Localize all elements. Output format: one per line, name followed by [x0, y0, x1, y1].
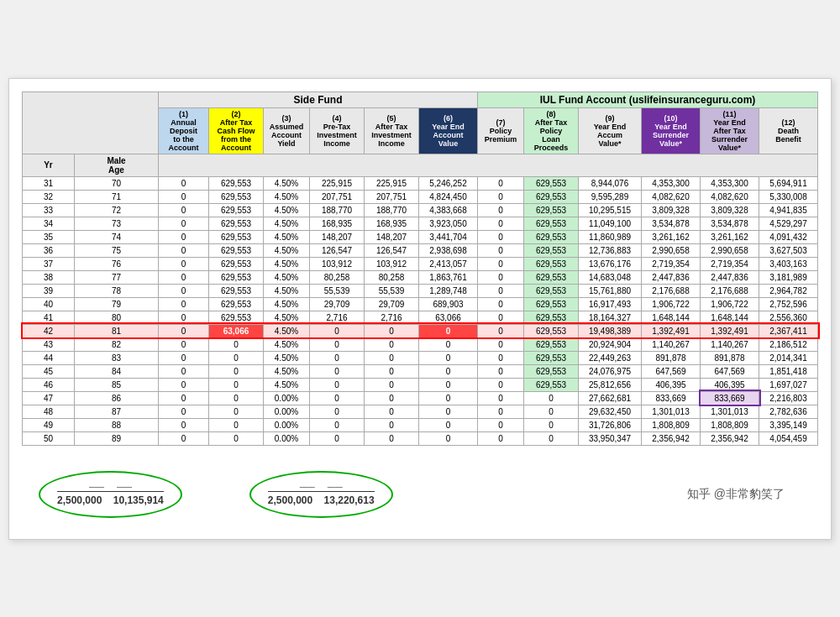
- table-cell: 1,392,491: [701, 324, 759, 337]
- table-cell: 0: [478, 337, 524, 351]
- table-cell: 27,662,681: [579, 391, 642, 405]
- table-cell: 35: [23, 230, 75, 243]
- table-cell: 0: [365, 364, 419, 378]
- table-cell: 0: [419, 364, 478, 378]
- table-cell: 32: [23, 190, 75, 203]
- table-cell: 0: [365, 324, 419, 337]
- table-cell: 0: [419, 378, 478, 391]
- table-cell: 2,356,942: [701, 431, 759, 445]
- table-cell: 29,709: [365, 297, 419, 311]
- table-cell: 0: [159, 364, 209, 378]
- table-cell: 0: [365, 431, 419, 445]
- table-cell: 41: [23, 311, 75, 324]
- col6-header: (6)Year EndAccountValue: [419, 107, 478, 154]
- table-cell: 10,295,515: [579, 203, 642, 217]
- table-cell: 4.50%: [264, 257, 310, 270]
- table-cell: 33: [23, 203, 75, 217]
- table-body: 31700629,5534.50%225,915225,9155,246,252…: [23, 176, 818, 445]
- table-row: 39780629,5534.50%55,53955,5391,289,74806…: [23, 284, 818, 297]
- table-cell: 0: [478, 405, 524, 418]
- yr-age-col-header: [23, 92, 159, 154]
- table-cell: 689,903: [419, 297, 478, 311]
- bottom-left-values: 2,500,000 10,135,914: [57, 494, 164, 506]
- table-cell: 39: [23, 284, 75, 297]
- table-cell: 0: [310, 378, 365, 391]
- bottom-right-val2: 13,220,613: [324, 494, 375, 506]
- table-cell: 88: [74, 418, 158, 431]
- table-cell: 629,553: [209, 243, 264, 257]
- table-cell: 4.50%: [264, 364, 310, 378]
- table-cell: 0: [209, 405, 264, 418]
- table-cell: 0: [524, 391, 579, 405]
- table-cell: 3,809,328: [701, 203, 759, 217]
- table-cell: 29,632,450: [579, 405, 642, 418]
- table-cell: 0: [159, 257, 209, 270]
- table-row: 37760629,5534.50%103,912103,9122,413,057…: [23, 257, 818, 270]
- table-cell: 629,553: [524, 257, 579, 270]
- table-cell: 72: [74, 203, 158, 217]
- table-cell: 40: [23, 297, 75, 311]
- table-cell: 1,301,013: [701, 405, 759, 418]
- table-cell: 3,441,704: [419, 230, 478, 243]
- table-cell: 37: [23, 257, 75, 270]
- table-cell: 4,824,450: [419, 190, 478, 203]
- table-cell: 4.50%: [264, 190, 310, 203]
- zhihu-label: 知乎 @非常豹笑了: [687, 487, 785, 502]
- table-cell: 0.00%: [264, 431, 310, 445]
- table-cell: 2,014,341: [759, 351, 818, 364]
- table-cell: 2,216,803: [759, 391, 818, 405]
- table-cell: 0: [159, 270, 209, 284]
- table-cell: 0: [159, 284, 209, 297]
- table-cell: 629,553: [209, 311, 264, 324]
- table-cell: 74: [74, 230, 158, 243]
- col8-header: (8)After TaxPolicyLoanProceeds: [524, 107, 579, 154]
- table-cell: 2,356,942: [642, 431, 701, 445]
- table-cell: 3,534,878: [642, 217, 701, 230]
- table-cell: 29,709: [310, 297, 365, 311]
- table-cell: 0: [310, 351, 365, 364]
- table-cell: 70: [74, 176, 158, 190]
- table-cell: 63,066: [209, 324, 264, 337]
- table-cell: 3,923,050: [419, 217, 478, 230]
- table-cell: 8,944,076: [579, 176, 642, 190]
- table-cell: 4,082,620: [642, 190, 701, 203]
- table-cell: 629,553: [524, 284, 579, 297]
- table-cell: 629,553: [209, 270, 264, 284]
- table-cell: 0: [209, 431, 264, 445]
- table-cell: 4.50%: [264, 203, 310, 217]
- table-cell: 4.50%: [264, 284, 310, 297]
- table-cell: 48: [23, 405, 75, 418]
- sidefund-header: Side Fund: [159, 92, 478, 107]
- table-cell: 0: [478, 230, 524, 243]
- table-cell: 2,186,512: [759, 337, 818, 351]
- table-cell: 55,539: [310, 284, 365, 297]
- table-cell: 81: [74, 324, 158, 337]
- table-cell: 0: [159, 176, 209, 190]
- table-cell: 47: [23, 391, 75, 405]
- table-cell: 103,912: [310, 257, 365, 270]
- table-cell: 629,553: [524, 324, 579, 337]
- table-cell: 1,808,809: [642, 418, 701, 431]
- table-cell: 833,669: [701, 391, 759, 405]
- table-cell: 0: [310, 337, 365, 351]
- table-cell: 0: [209, 337, 264, 351]
- table-cell: 188,770: [365, 203, 419, 217]
- table-cell: 1,140,267: [701, 337, 759, 351]
- bottom-left-oval: —— —— 2,500,000 10,135,914: [39, 471, 182, 518]
- table-cell: 46: [23, 378, 75, 391]
- table-cell: 1,863,761: [419, 270, 478, 284]
- table-cell: 629,553: [524, 176, 579, 190]
- table-cell: 0: [365, 391, 419, 405]
- table-cell: 833,669: [642, 391, 701, 405]
- table-cell: 0: [159, 324, 209, 337]
- table-cell: 0: [159, 243, 209, 257]
- table-cell: 86: [74, 391, 158, 405]
- table-cell: 629,553: [209, 284, 264, 297]
- table-cell: 1,906,722: [701, 297, 759, 311]
- table-cell: 2,964,782: [759, 284, 818, 297]
- table-cell: 18,164,327: [579, 311, 642, 324]
- table-row: 4382004.50%0000629,55320,924,9041,140,26…: [23, 337, 818, 351]
- table-cell: 148,207: [310, 230, 365, 243]
- table-cell: 629,553: [524, 364, 579, 378]
- table-cell: 406,395: [701, 378, 759, 391]
